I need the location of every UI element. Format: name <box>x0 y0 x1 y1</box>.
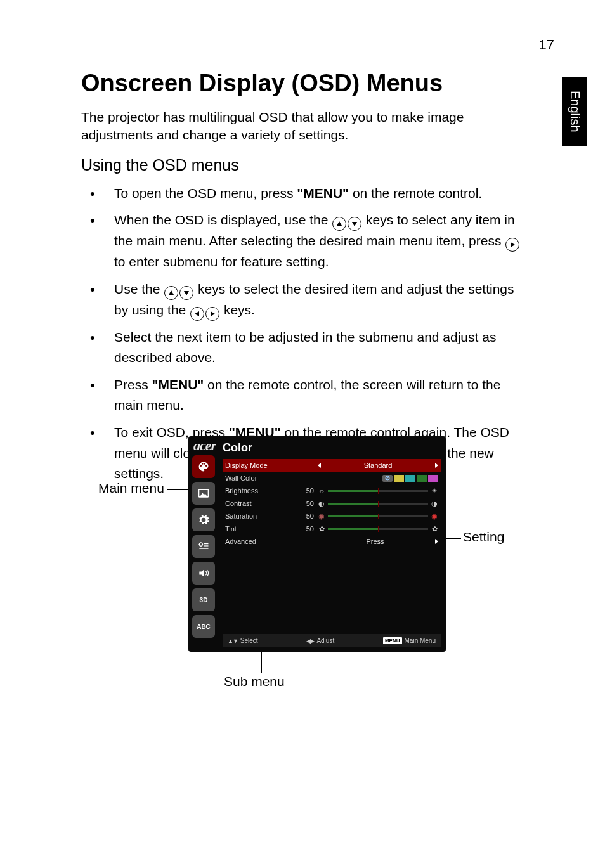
saturation-low-icon: ◉ <box>318 512 325 520</box>
left-arrow-icon[interactable] <box>318 463 321 468</box>
slider[interactable] <box>328 503 428 505</box>
language-side-tab: English <box>562 77 587 146</box>
selected-value: Standard <box>323 462 433 469</box>
svg-marker-1 <box>352 222 357 226</box>
sidebar-item-color[interactable] <box>192 455 215 478</box>
swatch-cyan[interactable] <box>405 475 415 482</box>
osd-section-title: Color <box>223 441 252 455</box>
row-value: 50 <box>302 512 318 520</box>
footer-select: Select <box>228 637 258 644</box>
instruction-item: Use the keys to select the desired item … <box>81 279 525 321</box>
svg-rect-11 <box>204 545 209 546</box>
right-arrow-icon[interactable] <box>435 463 438 468</box>
image-icon <box>197 487 210 500</box>
footer-main-menu: MENU Main Menu <box>383 637 436 644</box>
swatch-green[interactable] <box>417 475 427 482</box>
svg-marker-5 <box>195 311 199 316</box>
row-control: Press <box>318 538 438 545</box>
sidebar-item-audio[interactable] <box>192 562 215 585</box>
svg-rect-10 <box>204 543 209 544</box>
page-title: Onscreen Display (OSD) Menus <box>81 70 525 97</box>
svg-marker-8 <box>200 493 207 496</box>
text: Press <box>114 377 152 392</box>
osd-row-saturation[interactable]: Saturation 50 ◉ ◉ <box>223 510 441 522</box>
row-control: ◐ ◑ <box>318 500 438 507</box>
slider[interactable] <box>328 490 428 492</box>
osd-row-contrast[interactable]: Contrast 50 ◐ ◑ <box>223 497 441 510</box>
menu-button-icon: MENU <box>383 637 402 644</box>
instruction-item: To open the OSD menu, press "MENU" on th… <box>81 183 525 204</box>
footer-adjust-label: Adjust <box>316 637 334 644</box>
contrast-high-icon: ◑ <box>431 500 438 507</box>
row-value: 50 <box>302 500 318 507</box>
sidebar-item-management[interactable] <box>192 535 215 558</box>
tint-low-icon: ✿ <box>318 525 325 533</box>
osd-footer: Select Adjust MENU Main Menu <box>223 634 441 647</box>
right-key-icon <box>505 238 519 252</box>
osd-main-menu-sidebar: 3D ABC <box>192 455 219 642</box>
callout-line <box>261 652 262 673</box>
svg-marker-4 <box>184 291 189 295</box>
osd-row-advanced[interactable]: Advanced Press <box>223 535 441 548</box>
svg-marker-3 <box>169 290 174 295</box>
slider[interactable] <box>328 528 428 530</box>
right-arrow-icon[interactable] <box>435 539 438 544</box>
right-key-icon <box>205 307 219 321</box>
up-down-icon <box>228 637 238 644</box>
callout-line <box>446 538 461 539</box>
row-label: Display Mode <box>225 462 302 469</box>
menu-keyword: "MENU" <box>152 377 204 392</box>
slider[interactable] <box>328 515 428 517</box>
row-control: ☼ ☀ <box>318 487 438 495</box>
row-label: Brightness <box>225 487 302 495</box>
osd-row-display-mode[interactable]: Display Mode Standard <box>223 459 441 472</box>
press-label: Press <box>318 538 433 545</box>
osd-row-wall-color[interactable]: Wall Color <box>223 472 441 484</box>
swatch-pink[interactable] <box>428 475 438 482</box>
osd-row-tint[interactable]: Tint 50 ✿ ✿ <box>223 522 441 535</box>
palette-icon <box>197 460 210 473</box>
instruction-item: Press "MENU" on the remote control, the … <box>81 375 525 416</box>
row-control: ✿ ✿ <box>318 525 438 533</box>
text: to enter submenu for feature setting. <box>114 254 329 269</box>
down-key-icon <box>179 286 193 300</box>
section-subhead: Using the OSD menus <box>81 156 525 174</box>
label-setting: Setting <box>463 529 504 545</box>
tint-high-icon: ✿ <box>431 525 438 533</box>
instruction-item: Select the next item to be adjusted in t… <box>81 327 525 368</box>
row-control <box>318 475 438 482</box>
row-value: 50 <box>302 487 318 495</box>
text: Use the <box>114 282 164 296</box>
svg-point-9 <box>199 543 202 546</box>
swatch-none[interactable] <box>382 475 393 482</box>
intro-paragraph: The projector has multilingual OSD that … <box>81 108 525 145</box>
text: on the remote control. <box>349 186 482 200</box>
sidebar-item-3d[interactable]: 3D <box>192 588 215 611</box>
abc-icon: ABC <box>197 623 211 630</box>
color-swatches <box>382 475 438 482</box>
sidebar-item-image[interactable] <box>192 482 215 505</box>
osd-submenu: Display Mode Standard Wall Color <box>223 459 441 548</box>
label-main-menu: Main menu <box>98 481 164 496</box>
left-right-icon <box>306 637 314 644</box>
speaker-icon <box>197 567 210 580</box>
row-label: Contrast <box>225 500 302 507</box>
list-gear-icon <box>197 540 210 553</box>
osd-row-brightness[interactable]: Brightness 50 ☼ ☀ <box>223 484 441 497</box>
row-label: Tint <box>225 525 302 533</box>
sidebar-item-settings[interactable] <box>192 508 215 531</box>
footer-main-menu-label: Main Menu <box>405 637 436 644</box>
down-key-icon <box>348 217 361 231</box>
page-content: Onscreen Display (OSD) Menus The project… <box>81 70 525 491</box>
row-value: 50 <box>302 525 318 533</box>
svg-marker-0 <box>337 221 342 226</box>
label-sub-menu: Sub menu <box>224 674 285 689</box>
row-label: Advanced <box>225 538 302 545</box>
callout-line <box>167 489 188 490</box>
sidebar-item-language[interactable]: ABC <box>192 615 215 638</box>
footer-select-label: Select <box>240 637 258 644</box>
row-control: Standard <box>318 462 438 469</box>
row-label: Saturation <box>225 512 302 520</box>
swatch-yellow[interactable] <box>394 475 404 482</box>
osd-panel: acer Color 3D ABC Display Mode <box>188 436 446 652</box>
